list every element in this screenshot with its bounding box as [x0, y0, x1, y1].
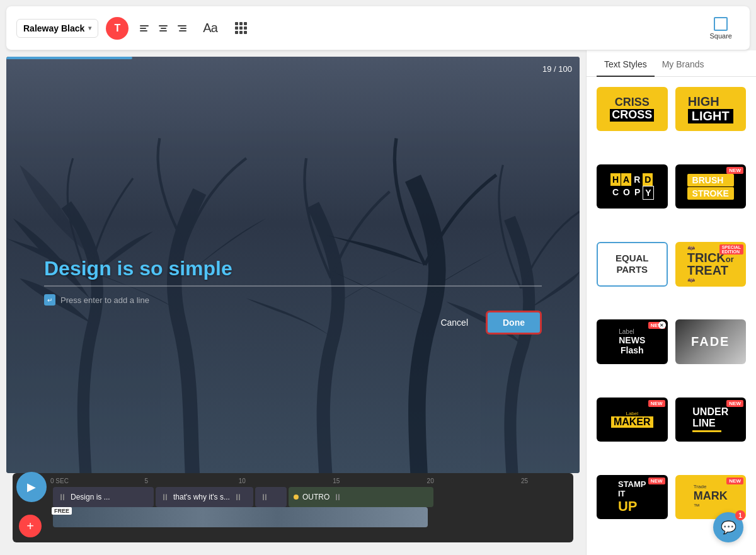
trade-mark-inner: Trade MARK ™ [694, 484, 728, 510]
style-card-brush-stroke[interactable]: NEW BRUSH STROKE [675, 164, 747, 209]
style-card-equal-parts[interactable]: EQUALPARTS [597, 242, 668, 286]
tab-my-brands[interactable]: My Brands [655, 50, 712, 77]
fade-text: FADE [691, 335, 730, 349]
outro-dot [294, 495, 299, 500]
play-icon: ▶ [27, 480, 36, 494]
chevron-down-icon: ▾ [88, 25, 91, 31]
brush-stroke-inner: BRUSH STROKE [687, 173, 735, 200]
ruler-mark-10: 10 [239, 478, 246, 484]
timeline-ruler: 0 SEC 5 10 15 20 25 [50, 473, 573, 486]
clip-outro[interactable]: OUTRO ⏸ [289, 487, 433, 507]
counter-badge: 19 / 100 [542, 64, 572, 74]
style-card-stamp-it[interactable]: NEW STAMP IT UP [597, 475, 668, 519]
ruler-mark-5: 5 [144, 478, 148, 484]
style-card-trick-treat[interactable]: SPECIALEDITION 🦇 TRICKorTREAT 🦇 [675, 242, 747, 286]
square-label: Square [710, 32, 732, 40]
new-badge-underline: NEW [726, 400, 743, 407]
news-flash-inner: Label NEWSFlash [619, 328, 645, 355]
text-overlay: Design is so simple ↵ Press enter to add… [44, 257, 542, 335]
grid-icon [235, 22, 247, 34]
play-button[interactable]: ▶ [16, 472, 47, 502]
align-group [136, 23, 190, 34]
font-selector-button[interactable]: Raleway Black ▾ [16, 19, 98, 38]
text-style-button[interactable]: Aa [198, 18, 222, 38]
style-card-label-maker[interactable]: NEW Label MAKER [597, 398, 668, 442]
special-edition-badge: SPECIALEDITION [719, 244, 743, 255]
text-hint-row: ↵ Press enter to add a line [44, 294, 542, 306]
align-left-icon [140, 25, 149, 31]
style-card-high-light[interactable]: HIGH LIGHT [675, 87, 747, 131]
align-right-button[interactable] [174, 23, 190, 34]
main-area: 19 / 100 Design is so simple ↵ Press ent… [0, 50, 756, 555]
high-light-inner: HIGH LIGHT [688, 94, 733, 123]
style-card-fade[interactable]: FADE [675, 319, 747, 363]
clip-label-design: Design is ... [71, 493, 110, 501]
plus-icon: + [26, 519, 34, 534]
ruler-mark-15: 15 [333, 478, 340, 484]
track-row-1: ⏸ Design is ... ⏸ that's why it's s... ⏸… [50, 486, 573, 506]
avatar-letter: T [114, 23, 120, 34]
align-right-icon [178, 25, 186, 31]
clip-label-thats: that's why it's s... [173, 493, 230, 501]
clip-handle-right2: ⏸ [234, 492, 243, 502]
align-center-icon [159, 25, 168, 31]
thumbnail-row-container: FREE [50, 506, 573, 529]
right-panel: Text Styles My Brands CRISS CROSS HIGH L… [586, 50, 756, 555]
ruler-mark-25: 25 [521, 478, 528, 484]
timeline-inner: 0 SEC 5 10 15 20 25 ⏸ Design is ... ⏸ th… [13, 473, 573, 542]
chat-button[interactable]: 💬 1 [713, 512, 743, 542]
clip-handle-left2: ⏸ [161, 492, 169, 502]
close-icon[interactable]: ✕ [658, 321, 666, 329]
tab-text-styles[interactable]: Text Styles [597, 50, 655, 77]
aa-label: Aa [203, 21, 217, 35]
ruler-mark-20: 20 [427, 478, 434, 484]
font-name-label: Raleway Black [23, 23, 84, 33]
enter-icon: ↵ [44, 294, 55, 306]
toolbar: Raleway Black ▾ T Aa [6, 6, 750, 50]
clip-design[interactable]: ⏸ Design is ... [53, 487, 154, 507]
text-content[interactable]: Design is so simple [44, 257, 542, 280]
thumbnail-row[interactable]: FREE [53, 507, 428, 527]
new-badge-label: NEW [648, 400, 665, 407]
square-icon [714, 17, 728, 31]
clip-handle-left: ⏸ [58, 492, 67, 502]
square-button[interactable]: Square [702, 14, 740, 42]
text-underline [44, 285, 542, 287]
clip-handle-outro-right: ⏸ [333, 492, 342, 502]
progress-bar [6, 57, 132, 59]
align-center-button[interactable] [155, 23, 171, 34]
add-button[interactable]: + [19, 515, 42, 537]
grid-view-button[interactable] [230, 20, 252, 37]
stamp-it-inner: STAMP IT UP [618, 479, 646, 515]
cancel-button[interactable]: Cancel [430, 312, 478, 333]
free-badge: FREE [53, 507, 72, 515]
chat-icon: 💬 [721, 520, 736, 535]
underline-inner: UNDER LINE [692, 406, 728, 432]
clip-gap[interactable]: ⏸ [255, 487, 287, 507]
label-maker-inner: Label MAKER [611, 411, 653, 428]
style-card-hard-copy[interactable]: H A R D C O P Y [597, 164, 668, 209]
hint-text: Press enter to add a line [60, 295, 149, 305]
style-card-news-flash[interactable]: NEW ✕ Label NEWSFlash [597, 319, 668, 363]
done-button[interactable]: Done [486, 311, 542, 335]
panel-tabs: Text Styles My Brands [587, 50, 756, 77]
new-badge-trade: NEW [726, 478, 743, 484]
clip-thats-why[interactable]: ⏸ that's why it's s... ⏸ [156, 487, 253, 507]
canvas-wrapper: 19 / 100 Design is so simple ↵ Press ent… [0, 50, 586, 555]
ruler-mark-0: 0 SEC [50, 478, 69, 484]
equal-parts-text: EQUALPARTS [616, 253, 649, 275]
text-actions: Cancel Done [44, 311, 542, 335]
clip-handle-left3: ⏸ [260, 492, 269, 502]
style-card-criss-cross[interactable]: CRISS CROSS [597, 87, 668, 131]
avatar-button[interactable]: T [106, 17, 129, 40]
timeline-area: 0 SEC 5 10 15 20 25 ⏸ Design is ... ⏸ th… [13, 473, 573, 542]
align-left-button[interactable] [136, 23, 152, 34]
canvas-container: 19 / 100 Design is so simple ↵ Press ent… [6, 57, 580, 473]
criss-cross-inner: CRISS CROSS [610, 96, 654, 122]
hard-copy-inner: H A R D C O P Y [610, 173, 654, 200]
clip-label-outro: OUTRO [302, 493, 329, 501]
new-badge-stamp: NEW [648, 478, 665, 484]
styles-grid: CRISS CROSS HIGH LIGHT H A R D [587, 77, 756, 555]
style-card-underline[interactable]: NEW UNDER LINE [675, 398, 747, 442]
chat-badge: 1 [735, 510, 745, 520]
